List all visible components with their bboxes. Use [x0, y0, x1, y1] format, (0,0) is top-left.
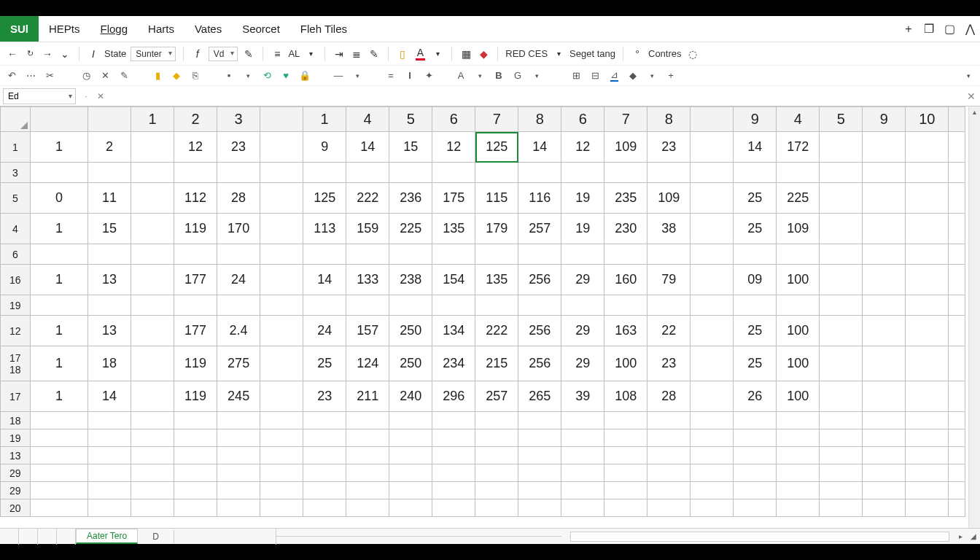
edit-icon[interactable]: ✎ — [368, 47, 381, 61]
cell[interactable]: 29 — [561, 265, 604, 295]
cell[interactable] — [217, 499, 260, 517]
cell[interactable]: 1 — [30, 214, 88, 244]
cell[interactable]: 245 — [217, 381, 260, 412]
cell[interactable] — [906, 482, 949, 499]
select-all-corner[interactable] — [1, 107, 31, 132]
insert-row-icon[interactable]: ⊟ — [589, 70, 601, 82]
chevron-down-icon[interactable]: ▾ — [646, 70, 658, 82]
cell[interactable]: 125 — [303, 183, 346, 214]
maximize-icon[interactable]: ▢ — [939, 22, 960, 36]
cell[interactable] — [260, 316, 303, 346]
cell[interactable] — [303, 244, 346, 265]
cell[interactable]: 112 — [174, 183, 217, 214]
resize-corner-icon[interactable]: ◢ — [967, 532, 980, 540]
cell[interactable]: 240 — [389, 381, 432, 412]
column-header[interactable]: 7 — [475, 107, 518, 132]
font-icon[interactable]: A — [455, 70, 467, 82]
cell[interactable] — [949, 132, 965, 163]
cell[interactable] — [691, 214, 734, 244]
column-header[interactable] — [691, 107, 734, 132]
cell[interactable] — [863, 499, 906, 517]
cell[interactable]: 1 — [30, 265, 88, 295]
column-header[interactable]: 8 — [648, 107, 691, 132]
row-header[interactable]: 19 — [1, 429, 31, 447]
scroll-up-icon[interactable]: ▴ — [969, 106, 980, 118]
cell[interactable] — [648, 429, 691, 447]
cell[interactable] — [949, 244, 965, 265]
close-panel-icon[interactable]: ✕ — [962, 90, 980, 102]
chevron-down-icon[interactable]: ▾ — [351, 70, 363, 82]
collapse-icon[interactable]: ▾ — [962, 70, 974, 82]
dots-icon[interactable]: ⋯ — [25, 70, 36, 82]
cell[interactable] — [303, 499, 346, 517]
row-header[interactable]: 13 — [1, 447, 31, 464]
cell[interactable] — [691, 381, 734, 412]
cell[interactable] — [949, 316, 965, 346]
cell[interactable] — [174, 499, 217, 517]
cell[interactable] — [561, 429, 604, 447]
row-header[interactable]: 29 — [1, 482, 31, 499]
cell[interactable] — [561, 412, 604, 429]
cell[interactable]: 257 — [518, 214, 561, 244]
cell[interactable]: 0 — [30, 183, 88, 214]
cell[interactable] — [174, 412, 217, 429]
cell[interactable]: 100 — [777, 381, 820, 412]
cell[interactable]: 163 — [604, 316, 648, 346]
column-header[interactable]: 10 — [906, 107, 949, 132]
cell[interactable] — [648, 482, 691, 499]
cell[interactable] — [734, 464, 777, 482]
cell[interactable] — [131, 412, 174, 429]
user-icon[interactable]: ⋀ — [960, 22, 980, 36]
cell[interactable] — [88, 295, 131, 316]
cell[interactable] — [648, 295, 691, 316]
cell[interactable] — [131, 499, 174, 517]
column-header[interactable]: 2 — [174, 107, 217, 132]
contres-label[interactable]: Contres — [648, 48, 682, 59]
cell[interactable]: 14 — [88, 381, 131, 412]
cell[interactable] — [777, 447, 820, 464]
cell[interactable] — [604, 464, 648, 482]
cell[interactable]: 222 — [346, 183, 389, 214]
cell[interactable] — [131, 265, 174, 295]
cell[interactable] — [820, 482, 863, 499]
cell[interactable]: 113 — [303, 214, 346, 244]
column-header[interactable]: 6 — [432, 107, 475, 132]
cell[interactable] — [648, 447, 691, 464]
cell[interactable]: 119 — [174, 346, 217, 381]
cell[interactable] — [691, 429, 734, 447]
cell[interactable] — [260, 132, 303, 163]
back-icon[interactable]: ← — [6, 47, 19, 61]
cell[interactable]: 159 — [346, 214, 389, 244]
cell[interactable]: 1 — [30, 132, 88, 163]
cell[interactable]: 24 — [303, 316, 346, 346]
cell[interactable]: 2 — [88, 132, 131, 163]
cell[interactable]: 24 — [217, 265, 260, 295]
cell[interactable] — [906, 244, 949, 265]
globe-icon[interactable]: ◷ — [80, 70, 92, 82]
bold-icon[interactable]: B — [493, 70, 505, 82]
cell[interactable] — [820, 163, 863, 183]
cell[interactable] — [949, 183, 965, 214]
chevron-down-icon[interactable]: ▾ — [242, 70, 254, 82]
cell[interactable] — [174, 429, 217, 447]
italic-icon[interactable]: I — [87, 47, 100, 61]
add-icon[interactable]: + — [665, 70, 677, 82]
cell[interactable] — [260, 163, 303, 183]
cell[interactable] — [561, 244, 604, 265]
cell[interactable] — [346, 163, 389, 183]
cell[interactable] — [303, 412, 346, 429]
cell[interactable] — [303, 163, 346, 183]
cell[interactable] — [260, 381, 303, 412]
cell[interactable] — [863, 447, 906, 464]
row-header[interactable]: 6 — [1, 244, 31, 265]
cell[interactable]: 39 — [561, 381, 604, 412]
column-header[interactable] — [88, 107, 131, 132]
cell[interactable] — [863, 429, 906, 447]
cell[interactable]: 257 — [475, 381, 518, 412]
cell[interactable] — [432, 447, 475, 464]
cell[interactable] — [389, 412, 432, 429]
cell[interactable] — [561, 464, 604, 482]
font-combo[interactable]: Sunter — [131, 47, 175, 61]
cell[interactable] — [863, 244, 906, 265]
cell[interactable] — [863, 482, 906, 499]
